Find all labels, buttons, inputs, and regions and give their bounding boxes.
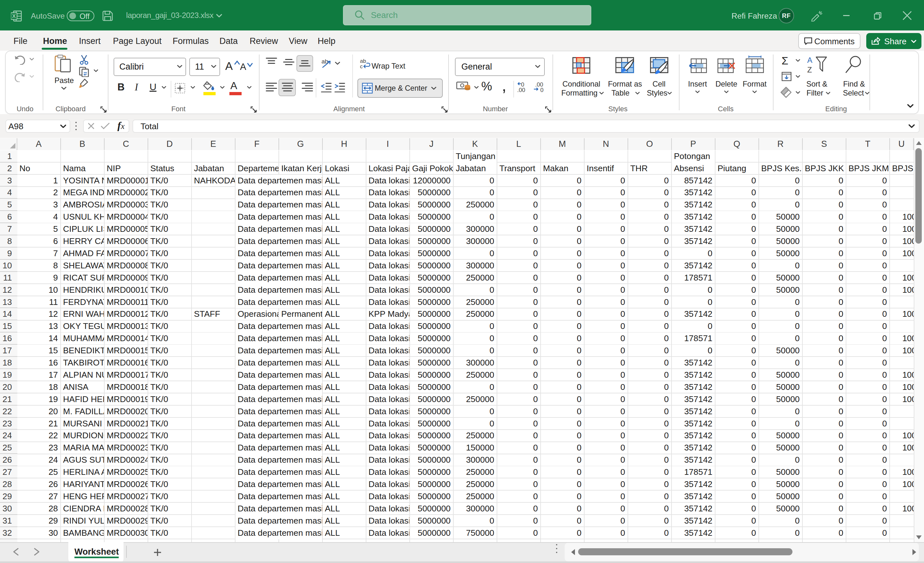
- svg-text:.00: .00: [517, 87, 525, 92]
- svg-text:A: A: [807, 56, 812, 64]
- svg-text:Z: Z: [807, 65, 812, 74]
- svg-text:c: c: [360, 63, 363, 69]
- svg-text:X: X: [12, 13, 16, 19]
